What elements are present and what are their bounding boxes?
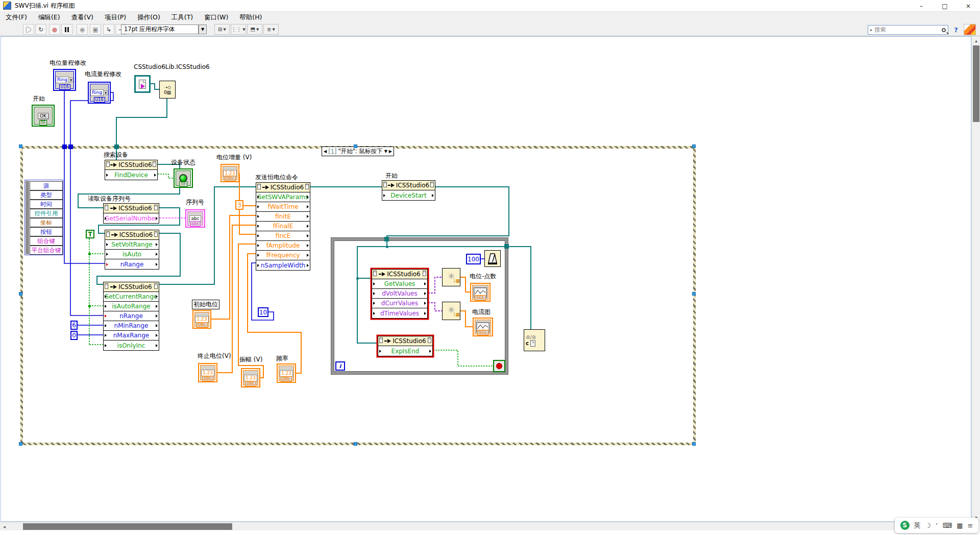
ime-moon-icon[interactable]: ☽ bbox=[925, 522, 932, 529]
param-isauto[interactable]: isAuto bbox=[105, 250, 159, 259]
selection-handle[interactable] bbox=[19, 144, 22, 148]
volt-range-label[interactable]: 电位量程修改 bbox=[50, 59, 86, 67]
close-reference-node[interactable]: ⊛/⊛ c bbox=[524, 329, 545, 351]
method-get-serial[interactable]: GetSerialNumber bbox=[104, 213, 159, 223]
event-data-ctlref[interactable]: 控件引用 bbox=[30, 209, 63, 218]
param-dtimevalues[interactable]: dTimeValues bbox=[372, 308, 427, 318]
frequency-label[interactable]: 频率 bbox=[276, 354, 288, 363]
increment-dbl-terminal[interactable]: 1.23 DBL bbox=[220, 164, 239, 182]
amplitude-label[interactable]: 振幅 (V) bbox=[239, 355, 262, 364]
param-fwaittime[interactable]: fWaitTime bbox=[256, 202, 310, 212]
ime-skin-icon[interactable]: ▦ bbox=[957, 522, 963, 529]
device-status-led[interactable]: TF bbox=[174, 168, 193, 188]
param-finite[interactable]: fInitE bbox=[256, 212, 310, 222]
event-data-mods[interactable]: 组合键 bbox=[30, 236, 63, 246]
final-e-label[interactable]: 终止电位(V) bbox=[198, 352, 231, 360]
event-data-platmods[interactable]: 平台组合键 bbox=[30, 246, 63, 255]
param-famplitude[interactable]: fAmplitude bbox=[256, 241, 310, 251]
curr-chart-indicator[interactable]: SGL bbox=[473, 318, 493, 336]
sogou-logo-icon[interactable]: S bbox=[900, 521, 910, 530]
serial-label[interactable]: 序列号 bbox=[186, 198, 204, 207]
event-data-time[interactable]: 时间 bbox=[30, 200, 63, 209]
param-ffrequency[interactable]: fFrequency bbox=[256, 251, 310, 260]
loop-iteration-terminal[interactable]: i bbox=[335, 361, 345, 371]
class-constant-label[interactable]: CSStudio6Lib.ICSStudio6 bbox=[134, 63, 210, 70]
wait-next-ms-multiple-icon[interactable] bbox=[484, 250, 501, 267]
true-constant[interactable]: T bbox=[86, 230, 94, 238]
send-command-label[interactable]: 发送恒电位命令 bbox=[255, 173, 298, 182]
array-conversion-icon[interactable]: ✳ ⤵▦ bbox=[442, 268, 460, 286]
param-isonlyinc[interactable]: isOnlyInc bbox=[104, 341, 159, 350]
ime-toolbar[interactable]: S 英 ☽ ’ ⌨ ▦ ≡ bbox=[895, 518, 978, 533]
param-nmaxrange[interactable]: nMaxRange bbox=[104, 331, 159, 341]
wait-ms-constant[interactable]: 100 bbox=[466, 254, 481, 264]
selection-handle[interactable] bbox=[19, 292, 22, 296]
method-device-start[interactable]: DeviceStart bbox=[382, 190, 435, 200]
method-exp-is-end[interactable]: ExpIsEnd bbox=[378, 346, 432, 356]
event-data-source[interactable]: 源 bbox=[30, 181, 63, 190]
ime-language-toggle[interactable]: 英 bbox=[914, 521, 921, 530]
selection-handle[interactable] bbox=[692, 144, 696, 148]
method-set-swva-params[interactable]: SetSWVAParams bbox=[256, 192, 310, 202]
final-e-dbl-terminal[interactable]: 1.23 DBL bbox=[198, 363, 217, 382]
start-button-label[interactable]: 开始 bbox=[33, 94, 45, 103]
device-status-label[interactable]: 设备状态 bbox=[171, 158, 195, 167]
param-fince[interactable]: fIncE bbox=[256, 231, 310, 241]
selection-handle[interactable] bbox=[354, 144, 357, 148]
volt-range-ring-terminal[interactable]: Ring▼ U16 bbox=[53, 69, 76, 91]
volt-chart-indicator[interactable]: SGL bbox=[470, 283, 491, 302]
invoke-node-set-volt-range[interactable]: ?!ICSStudio6?! SetVoltRange isAuto nRang… bbox=[105, 230, 159, 270]
chart-curr-label[interactable]: 电流图 bbox=[472, 308, 491, 317]
method-set-current-range[interactable]: SetCurrentRange bbox=[104, 292, 159, 302]
curr-range-ring-terminal[interactable]: Ring▼ U16 bbox=[88, 82, 111, 104]
method-find-device[interactable]: FindDevice bbox=[105, 170, 157, 180]
param-dcurrvalues[interactable]: dCurrValues bbox=[372, 299, 427, 308]
ime-punctuation-icon[interactable]: ’ bbox=[936, 522, 938, 529]
param-nsamplewidth[interactable]: nSampleWidth bbox=[256, 260, 310, 270]
param-ffinale[interactable]: fFinalE bbox=[256, 222, 310, 231]
device-start-label[interactable]: 开始 bbox=[385, 172, 398, 180]
constructor-node[interactable]: ➝◇0▨ bbox=[159, 81, 176, 99]
selection-handle[interactable] bbox=[19, 442, 22, 446]
frequency-dbl-terminal[interactable]: 1.23 DBL bbox=[277, 363, 296, 383]
selection-handle[interactable] bbox=[692, 292, 696, 296]
start-ok-button-terminal[interactable]: OK TF bbox=[32, 105, 55, 127]
invoke-node-get-values[interactable]: ?!ICSStudio6?! GetValues dVoltValues dCu… bbox=[372, 269, 428, 319]
invoke-node-set-swva-params[interactable]: ?!ICSStudio6?! SetSWVAParams fWaitTime f… bbox=[256, 182, 310, 271]
array-conversion-icon[interactable]: ✳ ⤵▦ bbox=[442, 302, 460, 320]
sample-width-constant[interactable]: 10 bbox=[258, 307, 268, 317]
method-get-values[interactable]: GetValues bbox=[372, 279, 427, 289]
invoke-node-set-current-range[interactable]: ?!ICSStudio6?! SetCurrentRange isAutoRan… bbox=[103, 282, 159, 351]
increment-label[interactable]: 电位增量 (V) bbox=[216, 153, 252, 162]
ime-menu-icon[interactable]: ≡ bbox=[968, 522, 973, 529]
event-data-coords[interactable]: 坐标 bbox=[30, 218, 63, 227]
read-serial-label[interactable]: 读取设备序列号 bbox=[88, 194, 131, 203]
wait-time-constant[interactable]: 3 bbox=[235, 200, 243, 210]
dotnet-class-constant[interactable] bbox=[134, 75, 151, 93]
event-data-button[interactable]: 按钮 bbox=[30, 227, 63, 236]
amplitude-dbl-terminal[interactable]: 1.23 DBL bbox=[241, 368, 260, 387]
param-isautorange[interactable]: isAutoRange bbox=[104, 302, 159, 311]
param-nrange[interactable]: nRange bbox=[105, 259, 159, 269]
param-dvoltvalues[interactable]: dVoltValues bbox=[372, 289, 427, 299]
invoke-node-find-device[interactable]: ?!ICSStudio6?! FindDevice bbox=[105, 160, 158, 180]
nmax-constant[interactable]: 0 bbox=[70, 331, 78, 340]
method-set-volt-range[interactable]: SetVoltRange bbox=[105, 240, 159, 250]
init-e-label[interactable]: 初始电位 bbox=[192, 300, 219, 309]
invoke-node-get-serial[interactable]: ?!ICSStudio6?! GetSerialNumber bbox=[103, 203, 159, 224]
loop-condition-terminal[interactable] bbox=[493, 360, 505, 372]
chart-volt-label[interactable]: 电位-点数 bbox=[470, 272, 496, 281]
curr-range-label[interactable]: 电流量程修改 bbox=[85, 70, 121, 79]
invoke-node-device-start[interactable]: ?!ICSStudio6?! DeviceStart bbox=[382, 180, 435, 201]
find-device-label[interactable]: 搜索设备 bbox=[104, 151, 128, 159]
ime-keyboard-icon[interactable]: ⌨ bbox=[942, 522, 952, 529]
nmin-constant[interactable]: 6 bbox=[70, 321, 78, 330]
event-data-node[interactable]: 源 类型 时间 控件引用 坐标 按钮 组合键 平台组合键 bbox=[24, 180, 63, 255]
selection-handle[interactable] bbox=[354, 442, 357, 446]
init-e-dbl-terminal[interactable]: 1.23 DBL bbox=[192, 310, 211, 329]
param-nrange[interactable]: nRange bbox=[104, 311, 159, 321]
param-nminrange[interactable]: nMinRange bbox=[104, 321, 159, 331]
serial-string-indicator[interactable]: abc abc bbox=[185, 209, 205, 228]
selection-handle[interactable] bbox=[692, 442, 696, 446]
invoke-node-exp-is-end[interactable]: ?!ICSStudio6?! ExpIsEnd bbox=[378, 336, 433, 356]
